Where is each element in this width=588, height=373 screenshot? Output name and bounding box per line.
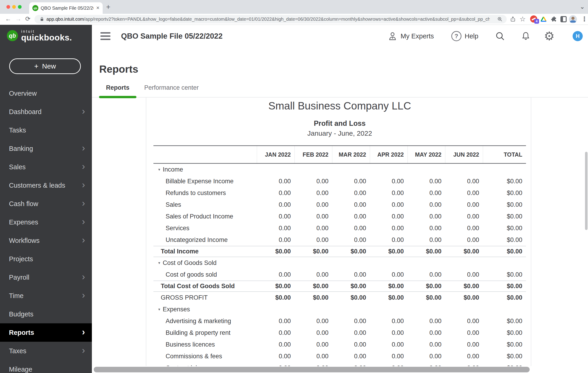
tab-performance-center[interactable]: Performance center xyxy=(144,84,199,91)
sidebar-item-sales[interactable]: Sales › xyxy=(0,158,92,176)
profit-loss-table: JAN 2022FEB 2022MAR 2022APR 2022MAY 2022… xyxy=(153,145,526,373)
settings-button[interactable]: ⚙ xyxy=(544,25,555,47)
cell-value: 0.00 xyxy=(408,189,445,197)
share-icon[interactable] xyxy=(510,16,516,22)
cell-value: $0.00 xyxy=(408,283,445,290)
tab-search-chevron-icon[interactable]: ⌄ xyxy=(580,3,585,10)
sidebar-item-dashboard[interactable]: Dashboard › xyxy=(0,103,92,121)
cell-value: $0.00 xyxy=(483,294,526,301)
chevron-right-icon: › xyxy=(82,180,85,189)
sidebar-item-label: Projects xyxy=(9,255,85,263)
cell-value: $0.00 xyxy=(445,283,483,290)
address-bar[interactable]: app.qbo.intuit.com/app/reportv2?token=PA… xyxy=(34,15,507,23)
cell-value: 0.00 xyxy=(445,341,483,348)
sidebar-item-workflows[interactable]: Workflows › xyxy=(0,231,92,250)
zoom-page-icon[interactable] xyxy=(497,17,503,22)
left-gutter xyxy=(92,98,146,373)
sidebar-item-projects[interactable]: Projects xyxy=(0,250,92,268)
sidebar: qb intuit quickbooks. + New Overview Das… xyxy=(0,25,92,373)
side-panel-icon[interactable] xyxy=(560,16,567,22)
cell-value: $0.00 xyxy=(294,294,332,301)
notifications-button[interactable] xyxy=(521,25,531,47)
sidebar-item-mileage[interactable]: Mileage xyxy=(0,360,92,373)
cell-value: 0.00 xyxy=(408,213,445,220)
cell-value: 0.00 xyxy=(370,271,408,278)
my-experts-button[interactable]: My Experts xyxy=(388,25,434,47)
sidebar-item-customers-leads[interactable]: Customers & leads › xyxy=(0,176,92,195)
url-text[interactable]: app.qbo.intuit.com/app/reportv2?token=PA… xyxy=(46,15,490,23)
horizontal-scrollbar-thumb[interactable] xyxy=(94,367,530,372)
back-icon[interactable]: ← xyxy=(5,14,11,25)
cell-value: 0.00 xyxy=(257,271,294,278)
window-close-button[interactable] xyxy=(6,5,10,9)
row-label-text: Uncategorized Income xyxy=(166,236,228,243)
cell-value: 0.00 xyxy=(370,318,408,325)
sidebar-item-time[interactable]: Time › xyxy=(0,286,92,305)
cell-value: 0.00 xyxy=(257,318,294,325)
company-file-title: QBO Sample File 05/22/2022 xyxy=(121,25,222,47)
extensions-puzzle-icon[interactable] xyxy=(551,16,557,22)
cell-value: $0.00 xyxy=(483,271,526,278)
sidebar-item-cash-flow[interactable]: Cash flow › xyxy=(0,195,92,213)
window-minimize-button[interactable] xyxy=(12,5,16,9)
cell-value: 0.00 xyxy=(445,329,483,336)
hamburger-menu-icon[interactable] xyxy=(100,32,110,40)
cell-value: 0.00 xyxy=(445,178,483,185)
vertical-scrollbar-thumb[interactable] xyxy=(585,152,588,230)
report-title: Profit and Loss xyxy=(153,120,526,127)
forward-icon[interactable]: → xyxy=(15,14,21,25)
row-label-text: Sales xyxy=(166,201,181,208)
sidebar-item-reports[interactable]: Reports › xyxy=(0,323,92,342)
search-button[interactable] xyxy=(495,25,505,47)
row-label: Uncategorized Income xyxy=(153,236,257,243)
chevron-right-icon: › xyxy=(82,162,85,171)
row-label: Billable Expense Income xyxy=(153,178,257,185)
table-row: Total Income$0.00$0.00$0.00$0.00$0.00$0.… xyxy=(153,246,526,257)
browser-profile-avatar[interactable] xyxy=(569,15,577,23)
chevron-right-icon: › xyxy=(82,327,85,336)
sidebar-item-payroll[interactable]: Payroll › xyxy=(0,268,92,286)
window-zoom-button[interactable] xyxy=(18,5,21,9)
sidebar-item-label: Budgets xyxy=(9,310,85,318)
help-button[interactable]: ? Help xyxy=(451,25,478,47)
sidebar-item-overview[interactable]: Overview xyxy=(0,84,92,103)
new-button[interactable]: + New xyxy=(9,58,81,74)
sidebar-item-label: Expenses xyxy=(9,219,82,226)
reload-icon[interactable]: ⟳ xyxy=(25,14,31,25)
row-label: ▾Income xyxy=(153,166,257,173)
sidebar-item-budgets[interactable]: Budgets xyxy=(0,305,92,323)
sidebar-item-expenses[interactable]: Expenses › xyxy=(0,213,92,231)
bell-icon xyxy=(521,31,531,41)
cell-value: $0.00 xyxy=(483,178,526,185)
cell-value: 0.00 xyxy=(332,178,370,185)
section-row: ▾Income xyxy=(153,164,526,176)
cell-value: 0.00 xyxy=(294,201,332,208)
sidebar-item-taxes[interactable]: Taxes › xyxy=(0,342,92,360)
sidebar-item-label: Workflows xyxy=(9,237,82,244)
cell-value: 0.00 xyxy=(370,189,408,197)
bookmark-star-icon[interactable]: ☆ xyxy=(520,14,526,25)
lock-icon xyxy=(40,17,44,22)
row-label-text: Commissions & fees xyxy=(166,353,222,360)
sidebar-item-banking[interactable]: Banking › xyxy=(0,139,92,158)
sidebar-item-tasks[interactable]: Tasks xyxy=(0,121,92,139)
cell-value: 0.00 xyxy=(445,236,483,243)
collapse-triangle-icon[interactable]: ▾ xyxy=(158,167,160,172)
collapse-triangle-icon[interactable]: ▾ xyxy=(158,261,160,265)
tab-close-icon[interactable]: × xyxy=(96,2,99,14)
new-tab-button[interactable]: + xyxy=(106,3,110,11)
account-avatar[interactable]: H xyxy=(573,25,583,47)
cell-value: 0.00 xyxy=(257,236,294,243)
horizontal-scrollbar[interactable] xyxy=(92,366,588,373)
collapse-triangle-icon[interactable]: ▾ xyxy=(158,307,160,312)
tab-reports[interactable]: Reports xyxy=(99,84,136,91)
row-label: Building & property rent xyxy=(153,329,257,336)
cell-value: $0.00 xyxy=(257,294,294,301)
browser-tab[interactable]: qb QBO Sample File 05/22/2022 - × xyxy=(29,2,103,14)
table-row: Sales0.000.000.000.000.000.00$0.00 xyxy=(153,199,526,211)
cell-value: 0.00 xyxy=(332,341,370,348)
cell-value: 0.00 xyxy=(332,318,370,325)
browser-menu-kebab-icon[interactable]: ⋮ xyxy=(581,14,588,25)
google-drive-extension-icon[interactable] xyxy=(540,16,547,22)
column-header: MAR 2022 xyxy=(332,146,370,163)
